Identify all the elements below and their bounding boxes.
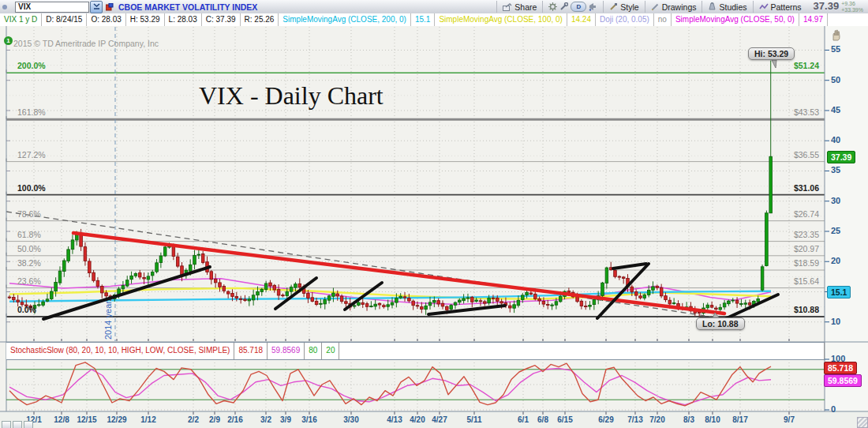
stoch-d-axis-badge: 59.8569 — [824, 374, 862, 387]
date-axis-label: 12/29 — [107, 415, 126, 424]
date-axis-label: 4/27 — [432, 415, 447, 424]
last-price-axis-badge: 37.39 — [827, 151, 855, 163]
stochastic-header-row[interactable]: StochasticSlow (80, 20, 10, 10, HIGH, LO… — [6, 342, 825, 360]
fib-level-label: 23.6% — [17, 276, 41, 286]
corner-button[interactable] — [13, 421, 22, 428]
fib-level-label: 50.0% — [17, 244, 41, 253]
date-axis-label: 5/11 — [467, 415, 482, 424]
fib-level-label: 161.8% — [17, 107, 46, 117]
trading-platform-window: VIX CBOE MARKET VOLATILITY INDEX Share — [0, 0, 868, 428]
fib-price-label: $26.74 — [726, 209, 819, 219]
date-axis-label: 12/15 — [77, 415, 96, 424]
date-axis-label: 6/8 — [537, 415, 548, 424]
stoch-axis-tick: 0 — [831, 404, 836, 414]
fib-price-label: $18.59 — [726, 258, 819, 268]
high-price-bubble[interactable]: Hi: 53.29 — [748, 47, 795, 60]
stochastic-overbought-value: 80 — [305, 343, 322, 359]
stochastic-header-spacer — [339, 343, 825, 359]
hand-cursor-tool[interactable] — [830, 29, 843, 45]
stochastic-study-label: StochasticSlow (80, 20, 10, 10, HIGH, LO… — [6, 343, 234, 359]
price-axis-tick: 45 — [831, 105, 840, 115]
sma200-axis-badge: 15.1 — [827, 286, 851, 298]
date-axis-label: 8/3 — [683, 415, 694, 424]
price-axis-tick: 35 — [831, 165, 840, 175]
price-axis-tick: 50 — [831, 75, 840, 84]
corner-mini-buttons[interactable] — [2, 421, 33, 428]
fib-level-label: 200.0% — [17, 61, 46, 70]
fib-price-label: $15.64 — [726, 276, 819, 286]
resize-grip[interactable] — [857, 417, 868, 428]
date-axis-label: 2/2 — [188, 415, 199, 424]
date-axis-label: 3/30 — [343, 415, 358, 424]
date-axis-label: 2/16 — [227, 415, 242, 424]
price-axis-tick: 30 — [831, 196, 840, 205]
date-axis-label: 3/16 — [301, 415, 316, 424]
stochastic-oversold-value: 20 — [322, 343, 339, 359]
copyright-text: 2015 © TD Ameritrade IP Company, Inc — [13, 39, 159, 48]
year-marker-label: 2014 year — [103, 301, 113, 340]
corner-button[interactable] — [24, 421, 33, 428]
date-axis-label: 6/15 — [557, 415, 572, 424]
price-axis-tick: 20 — [831, 256, 840, 265]
date-axis-label: 7/20 — [649, 415, 664, 424]
fib-level-label: 61.8% — [17, 230, 41, 239]
chart-title: VIX - Daily Chart — [199, 81, 383, 111]
price-axis-tick: 40 — [831, 135, 840, 145]
price-axis-tick: 55 — [831, 44, 840, 54]
date-axis-label: 6/1 — [518, 415, 529, 424]
fib-price-label: $20.97 — [726, 244, 819, 253]
date-axis-label: 4/20 — [410, 415, 425, 424]
low-price-bubble[interactable]: Lo: 10.88 — [696, 317, 745, 330]
fib-price-label: $10.88 — [726, 305, 819, 314]
date-axis-label: 1/12 — [140, 415, 155, 424]
fib-price-label: $23.35 — [726, 230, 819, 239]
date-axis-label: 6/29 — [598, 415, 613, 424]
fib-level-label: 0.0% — [17, 305, 36, 314]
date-axis-label: 2/9 — [209, 415, 220, 424]
date-axis-label: 12/8 — [54, 415, 69, 424]
date-axis-label: 8/10 — [705, 415, 720, 424]
fib-level-label: 127.2% — [17, 150, 46, 160]
fib-price-label: $31.06 — [726, 183, 819, 193]
price-axis-tick: 10 — [831, 317, 840, 326]
corner-button[interactable] — [2, 421, 11, 428]
fib-price-label: $43.53 — [726, 107, 819, 117]
date-axis-label: 9/7 — [784, 415, 795, 424]
date-axis-label: 3/9 — [280, 415, 291, 424]
stochastic-k-value: 85.718 — [234, 343, 268, 359]
fib-level-label: 38.2% — [17, 258, 41, 268]
fib-level-label: 78.6% — [17, 209, 41, 219]
date-axis-label: 4/13 — [387, 415, 402, 424]
date-axis-label: 8/17 — [732, 415, 747, 424]
price-axis-tick: 25 — [831, 226, 840, 235]
stochastic-d-value: 59.8569 — [268, 343, 305, 359]
fib-price-label: $36.55 — [726, 150, 819, 160]
fib-level-label: 100.0% — [17, 183, 46, 193]
date-axis-label: 3/2 — [260, 415, 271, 424]
stoch-k-axis-badge: 85.718 — [824, 362, 857, 374]
fib-price-label: $51.24 — [726, 61, 819, 70]
annotation-1-badge[interactable]: 1 — [4, 36, 13, 45]
date-axis-label: 7/13 — [627, 415, 642, 424]
